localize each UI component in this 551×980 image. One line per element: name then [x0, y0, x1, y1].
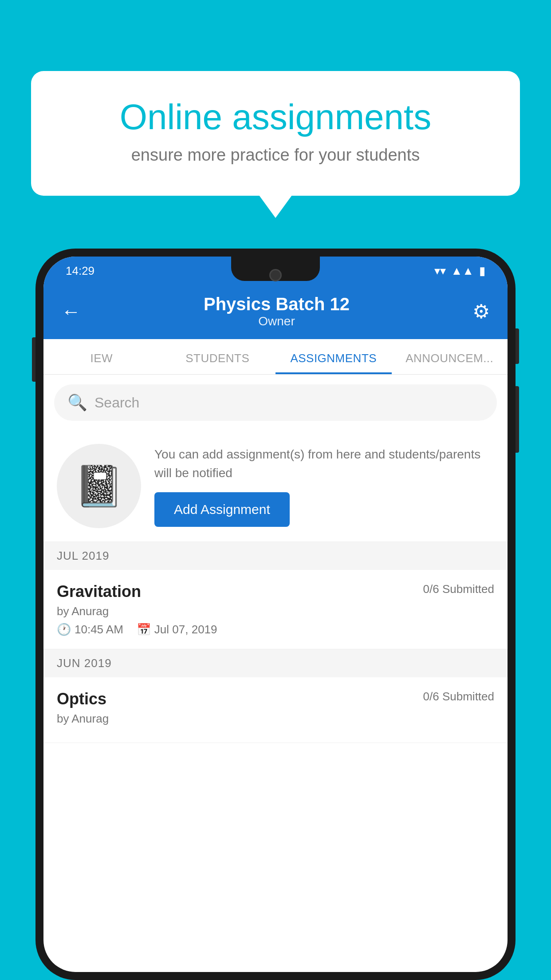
- tab-overview[interactable]: IEW: [43, 339, 160, 374]
- settings-icon[interactable]: ⚙: [472, 300, 490, 323]
- assignment-by-optics: by Anurag: [57, 712, 494, 726]
- speech-bubble: Online assignments ensure more practice …: [31, 71, 520, 196]
- assignment-date: 📅 Jul 07, 2019: [137, 623, 217, 636]
- volume-down-button: [516, 386, 519, 453]
- assignment-submitted: 0/6 Submitted: [423, 582, 494, 596]
- assignment-item-optics[interactable]: Optics 0/6 Submitted by Anurag: [43, 677, 508, 743]
- phone-mockup: 14:29 ▾▾ ▲▲ ▮ ← Physics Batch 12 Owner ⚙: [35, 249, 516, 980]
- status-time: 14:29: [66, 264, 94, 278]
- search-container: 🔍 Search: [43, 375, 508, 431]
- month-label-jul: JUL 2019: [57, 549, 109, 562]
- search-input-placeholder[interactable]: Search: [94, 395, 139, 411]
- wifi-icon: ▾▾: [434, 264, 446, 278]
- phone-outer: 14:29 ▾▾ ▲▲ ▮ ← Physics Batch 12 Owner ⚙: [35, 249, 516, 980]
- app-header: ← Physics Batch 12 Owner ⚙: [43, 285, 508, 339]
- promo-content: You can add assignment(s) from here and …: [154, 445, 494, 527]
- signal-icon: ▲▲: [451, 264, 474, 278]
- promo-description: You can add assignment(s) from here and …: [154, 445, 494, 482]
- assignment-row-top: Gravitation 0/6 Submitted: [57, 582, 494, 601]
- search-icon: 🔍: [67, 393, 87, 412]
- month-section-jul: JUL 2019: [43, 542, 508, 570]
- assignment-row-top-optics: Optics 0/6 Submitted: [57, 690, 494, 708]
- screen-content: 🔍 Search 📓 You can add assignment(s) fro…: [43, 375, 508, 743]
- assignment-meta: 🕐 10:45 AM 📅 Jul 07, 2019: [57, 623, 494, 636]
- assignment-time: 🕐 10:45 AM: [57, 623, 123, 636]
- clock-icon: 🕐: [57, 623, 71, 636]
- speech-bubble-container: Online assignments ensure more practice …: [31, 71, 520, 196]
- assignment-date-value: Jul 07, 2019: [154, 623, 217, 636]
- tabs-bar: IEW STUDENTS ASSIGNMENTS ANNOUNCEM...: [43, 339, 508, 375]
- status-icons: ▾▾ ▲▲ ▮: [434, 264, 485, 278]
- phone-screen: 14:29 ▾▾ ▲▲ ▮ ← Physics Batch 12 Owner ⚙: [43, 257, 508, 972]
- power-button: [516, 328, 519, 364]
- assignment-time-value: 10:45 AM: [75, 623, 123, 636]
- header-title-group: Physics Batch 12 Owner: [81, 294, 472, 328]
- front-camera: [269, 269, 282, 281]
- assignment-submitted-optics: 0/6 Submitted: [423, 690, 494, 703]
- add-assignment-button[interactable]: Add Assignment: [154, 492, 290, 527]
- assignment-name: Gravitation: [57, 582, 141, 601]
- header-subtitle: Owner: [81, 314, 472, 328]
- assignment-item-gravitation[interactable]: Gravitation 0/6 Submitted by Anurag 🕐 10…: [43, 570, 508, 649]
- header-title: Physics Batch 12: [81, 294, 472, 314]
- phone-notch: [231, 257, 320, 281]
- tab-announcements[interactable]: ANNOUNCEM...: [392, 339, 508, 374]
- tab-assignments[interactable]: ASSIGNMENTS: [276, 339, 392, 374]
- tab-students[interactable]: STUDENTS: [160, 339, 276, 374]
- assignment-name-optics: Optics: [57, 690, 106, 708]
- add-assignment-promo: 📓 You can add assignment(s) from here an…: [43, 431, 508, 542]
- assignment-by: by Anurag: [57, 605, 494, 618]
- search-box[interactable]: 🔍 Search: [54, 384, 497, 421]
- month-label-jun: JUN 2019: [57, 656, 112, 670]
- notebook-icon: 📓: [74, 463, 124, 510]
- speech-bubble-title: Online assignments: [62, 98, 489, 137]
- battery-icon: ▮: [479, 264, 485, 278]
- back-button[interactable]: ←: [61, 300, 81, 323]
- calendar-icon: 📅: [137, 623, 151, 636]
- month-section-jun: JUN 2019: [43, 649, 508, 677]
- volume-button: [32, 337, 35, 382]
- speech-bubble-subtitle: ensure more practice for your students: [62, 146, 489, 165]
- notebook-icon-circle: 📓: [57, 444, 141, 528]
